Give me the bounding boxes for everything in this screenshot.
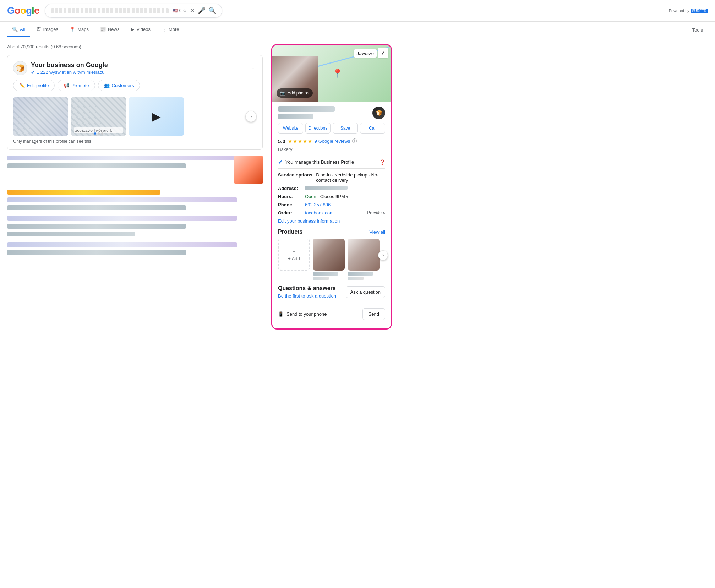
carousel-item-1[interactable]: [13, 97, 68, 136]
add-product-button[interactable]: ＋ + Add: [278, 239, 310, 271]
nav-label-all: All: [20, 27, 25, 32]
promote-button[interactable]: 📢 Promote: [58, 80, 95, 91]
business-logo: 🍞: [13, 61, 27, 75]
phone-label: Phone:: [278, 202, 303, 207]
save-button[interactable]: Save: [333, 123, 358, 134]
flag-icon: 🇺🇸: [173, 8, 178, 13]
rating-info-icon[interactable]: ⓘ: [352, 138, 357, 145]
nav-label-news: News: [108, 27, 120, 32]
providers-label[interactable]: Providers: [367, 210, 385, 216]
managed-text: You manage this Business Profile: [285, 159, 376, 165]
directions-button[interactable]: Directions: [305, 123, 331, 134]
service-label: Service options:: [278, 172, 314, 183]
website-button[interactable]: Website: [278, 123, 303, 134]
rp-order: Order: facebook.com Providers: [278, 210, 385, 216]
view-all-link[interactable]: View all: [369, 229, 385, 235]
qa-section: Questions & answers Be the first to ask …: [278, 285, 385, 299]
main-content: About 70,900 results (0.68 seconds) 🍞 Yo…: [0, 38, 426, 335]
rp-managed-badge: ✔ You manage this Business Profile ❓: [278, 156, 385, 169]
nav-item-more[interactable]: ⋮ More: [157, 23, 184, 37]
carousel-item-2[interactable]: zobaczyło Twój profil...: [71, 97, 126, 136]
more-icon: ⋮: [162, 27, 167, 32]
hours-value: Open · Closes 9PM ▾: [305, 194, 385, 199]
camera-icon: 📷: [280, 91, 285, 96]
nav-item-news[interactable]: 📰 News: [95, 23, 125, 37]
results-count: About 70,900 results (0.68 seconds): [7, 44, 263, 49]
directions-label: Directions: [309, 126, 327, 131]
reviews-link[interactable]: 9 Google reviews: [315, 138, 350, 144]
edit-label: Edit profile: [27, 83, 49, 88]
verified-icon: ✔: [31, 70, 35, 75]
order-link[interactable]: facebook.com: [305, 210, 334, 216]
carousel-next-button[interactable]: ›: [245, 111, 257, 122]
nav-item-all[interactable]: 🔍 All: [7, 23, 30, 37]
rp-business-name-row: 🍞: [278, 106, 385, 119]
map-area[interactable]: Jaworze 📍 📷 Add photos ⤢: [272, 45, 391, 102]
rating-stars: ★★★★★: [288, 138, 312, 145]
call-label: Call: [369, 126, 376, 131]
header: Google 🇺🇸 0 ☆ ✕ 🎤 🔍 Powered by SURFER: [0, 0, 715, 22]
product-name-2: [348, 272, 373, 276]
blurred-section-3: [7, 216, 263, 236]
product-price-1: [313, 277, 329, 280]
search-icon[interactable]: 🔍: [208, 7, 216, 15]
right-panel-body: 🍞 Website Directions Save Call 5.0: [272, 102, 391, 328]
send-button[interactable]: Send: [362, 308, 385, 320]
products-next-button[interactable]: ›: [378, 250, 388, 260]
service-value: Dine-in · Kerbside pickup · No-contact d…: [316, 172, 385, 183]
nav-label-videos: Videos: [136, 27, 151, 32]
promote-label: Promote: [71, 83, 89, 88]
hours-closes: Closes 9PM: [320, 194, 345, 199]
managed-help-icon[interactable]: ❓: [379, 159, 385, 165]
send-to-phone: 📱 Send to your phone Send: [278, 304, 385, 324]
carousel-item-3[interactable]: ▶: [129, 97, 184, 136]
nav-tools[interactable]: Tools: [687, 24, 708, 36]
qa-text-area: Questions & answers Be the first to ask …: [278, 285, 336, 299]
phone-link[interactable]: 692 357 896: [305, 202, 331, 207]
hours-status: Open: [305, 194, 316, 199]
map-location-label: Jaworze: [354, 49, 377, 58]
map-pin: 📍: [332, 69, 343, 78]
rp-category: Bakery: [278, 147, 385, 152]
mic-icon[interactable]: 🎤: [198, 7, 206, 15]
business-carousel: zobaczyło Twój profil... ▶ ›: [13, 97, 257, 136]
ask-question-button[interactable]: Ask a question: [346, 286, 385, 298]
search-bar[interactable]: 🇺🇸 0 ☆ ✕ 🎤 🔍: [45, 4, 222, 18]
business-name: Your business on Google: [31, 61, 246, 69]
play-icon: ▶: [152, 110, 161, 123]
product-item-2[interactable]: [348, 239, 380, 280]
nav-item-videos[interactable]: ▶ Videos: [126, 23, 155, 37]
address-value: [305, 186, 385, 191]
clear-icon[interactable]: ✕: [190, 7, 195, 15]
edit-profile-button[interactable]: ✏️ Edit profile: [13, 80, 55, 91]
qa-sub-link[interactable]: Be the first to ask a question: [278, 293, 336, 299]
all-icon: 🔍: [12, 27, 18, 32]
add-label: + Add: [288, 256, 300, 261]
powered-by: Powered by SURFER: [669, 9, 708, 13]
nav-label-images: Images: [43, 27, 58, 32]
expand-icon: ⤢: [381, 50, 385, 56]
add-photos-button[interactable]: 📷 Add photos: [277, 88, 313, 98]
more-options-button[interactable]: ⋮: [250, 64, 257, 72]
rp-business-name-blurred: [278, 106, 335, 119]
hours-dropdown-icon[interactable]: ▾: [346, 194, 349, 199]
product-image-2: [348, 239, 380, 271]
expand-button[interactable]: ⤢: [378, 48, 388, 58]
customers-button[interactable]: 👥 Customers: [98, 80, 140, 91]
nav-item-maps[interactable]: 📍 Maps: [65, 23, 94, 37]
business-card: 🍞 Your business on Google ✔ 1 222 wyświe…: [7, 55, 263, 150]
edit-business-link[interactable]: Edit your business information: [278, 218, 385, 224]
videos-icon: ▶: [131, 27, 134, 32]
action-buttons: ✏️ Edit profile 📢 Promote 👥 Customers: [13, 80, 257, 91]
nav-item-images[interactable]: 🖼 Images: [31, 23, 63, 37]
google-logo: Google: [7, 5, 39, 16]
search-icons: 🇺🇸 0 ☆ ✕ 🎤 🔍: [173, 7, 217, 15]
nav-bar: 🔍 All 🖼 Images 📍 Maps 📰 News ▶ Videos ⋮ …: [0, 22, 715, 38]
search-input[interactable]: [51, 8, 169, 13]
product-item-1[interactable]: [313, 239, 345, 280]
views-text[interactable]: 1 222 wyświetleń w tym miesiącu: [37, 70, 104, 75]
phone-icon: 📱: [278, 311, 284, 317]
images-icon: 🖼: [36, 27, 41, 32]
call-button[interactable]: Call: [360, 123, 385, 134]
star-count: 🇺🇸 0 ☆: [173, 8, 187, 13]
